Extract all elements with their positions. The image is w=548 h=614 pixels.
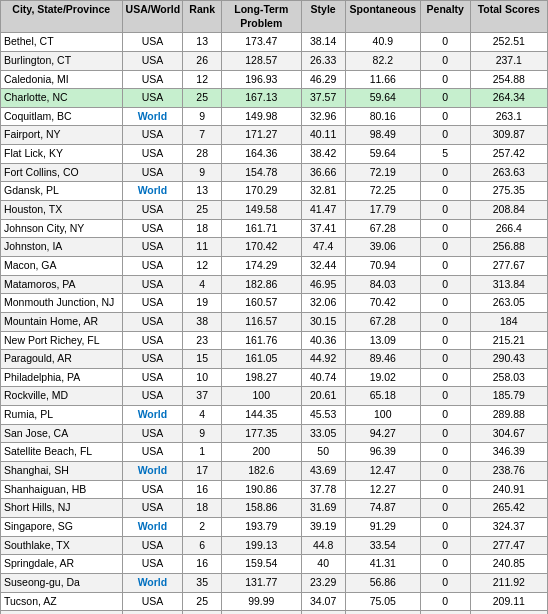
cell-penalty: 0 — [420, 126, 470, 145]
cell-city: Southlake, TX — [1, 536, 123, 555]
cell-spontaneous: 74.87 — [345, 499, 420, 518]
cell-city: Rockville, MD — [1, 387, 123, 406]
cell-rank: 12 — [183, 256, 222, 275]
cell-ltp: 173.47 — [221, 33, 301, 52]
cell-spontaneous: 80.16 — [345, 107, 420, 126]
cell-ltp: 154.78 — [221, 163, 301, 182]
cell-ltp: 167.13 — [221, 89, 301, 108]
cell-city: Burlington, CT — [1, 51, 123, 70]
cell-penalty: 0 — [420, 611, 470, 614]
header-ltp: Long-Term Problem — [221, 1, 301, 33]
cell-style: 23.29 — [301, 573, 345, 592]
cell-region: USA — [122, 480, 183, 499]
cell-style: 47.4 — [301, 238, 345, 257]
cell-spontaneous: 91.29 — [345, 517, 420, 536]
cell-region: World — [122, 517, 183, 536]
cell-style: 50 — [301, 443, 345, 462]
cell-region: World — [122, 406, 183, 425]
cell-rank: 19 — [183, 294, 222, 313]
cell-total: 185.79 — [470, 387, 547, 406]
cell-spontaneous: 100 — [345, 406, 420, 425]
cell-total: 211.92 — [470, 573, 547, 592]
cell-spontaneous: 59.64 — [345, 145, 420, 164]
cell-penalty: 0 — [420, 517, 470, 536]
cell-city: Philadelphia, PA — [1, 368, 123, 387]
cell-region: USA — [122, 33, 183, 52]
cell-ltp: 177.35 — [221, 424, 301, 443]
cell-total: 240.85 — [470, 555, 547, 574]
cell-rank: 18 — [183, 219, 222, 238]
cell-style: 44.92 — [301, 350, 345, 369]
cell-spontaneous: 19.02 — [345, 368, 420, 387]
cell-style: 43.69 — [301, 462, 345, 481]
cell-penalty: 0 — [420, 89, 470, 108]
cell-city: Houston, TX — [1, 201, 123, 220]
cell-rank: 1 — [183, 443, 222, 462]
cell-region: USA — [122, 592, 183, 611]
cell-city: Charlotte, NC — [1, 89, 123, 108]
cell-style: 40 — [301, 555, 345, 574]
cell-ltp: 100 — [221, 387, 301, 406]
cell-penalty: 0 — [420, 312, 470, 331]
cell-total: 275.35 — [470, 182, 547, 201]
cell-ltp: 148 — [221, 611, 301, 614]
cell-style: 32.06 — [301, 294, 345, 313]
cell-total: 209.11 — [470, 592, 547, 611]
cell-total: 184 — [470, 312, 547, 331]
cell-spontaneous: 72.25 — [345, 182, 420, 201]
cell-penalty: 0 — [420, 592, 470, 611]
cell-spontaneous: 40.9 — [345, 33, 420, 52]
cell-spontaneous: 17.79 — [345, 201, 420, 220]
cell-city: Tucson, AZ — [1, 592, 123, 611]
cell-region: USA — [122, 368, 183, 387]
cell-rank: 20 — [183, 611, 222, 614]
cell-city: San Jose, CA — [1, 424, 123, 443]
header-region: USA/World — [122, 1, 183, 33]
cell-spontaneous: 84.03 — [345, 275, 420, 294]
cell-ltp: 160.57 — [221, 294, 301, 313]
cell-spontaneous: 94.27 — [345, 424, 420, 443]
cell-rank: 6 — [183, 536, 222, 555]
cell-spontaneous: 39.06 — [345, 238, 420, 257]
cell-total: 257.42 — [470, 145, 547, 164]
cell-spontaneous: 67.28 — [345, 219, 420, 238]
cell-spontaneous: 11.66 — [345, 70, 420, 89]
cell-style: 33.05 — [301, 424, 345, 443]
cell-rank: 16 — [183, 555, 222, 574]
cell-total: 290.43 — [470, 350, 547, 369]
cell-ltp: 196.93 — [221, 70, 301, 89]
header-total: Total Scores — [470, 1, 547, 33]
cell-total: 260.74 — [470, 611, 547, 614]
cell-rank: 7 — [183, 126, 222, 145]
cell-city: Rumia, PL — [1, 406, 123, 425]
cell-penalty: 0 — [420, 443, 470, 462]
cell-ltp: 99.99 — [221, 592, 301, 611]
cell-penalty: 0 — [420, 294, 470, 313]
cell-region: USA — [122, 387, 183, 406]
cell-city: Fairport, NY — [1, 126, 123, 145]
cell-total: 263.05 — [470, 294, 547, 313]
cell-style: 32.81 — [301, 182, 345, 201]
cell-city: Shanghai, SH — [1, 462, 123, 481]
cell-region: USA — [122, 294, 183, 313]
cell-spontaneous: 67.28 — [345, 312, 420, 331]
cell-region: USA — [122, 163, 183, 182]
cell-ltp: 161.76 — [221, 331, 301, 350]
cell-rank: 25 — [183, 201, 222, 220]
cell-ltp: 164.36 — [221, 145, 301, 164]
cell-penalty: 0 — [420, 368, 470, 387]
cell-city: Coquitlam, BC — [1, 107, 123, 126]
cell-region: USA — [122, 275, 183, 294]
cell-style: 34.07 — [301, 592, 345, 611]
cell-city: Johnson City, NY — [1, 219, 123, 238]
cell-city: Springdale, AR — [1, 555, 123, 574]
cell-city: Shanhaiguan, HB — [1, 480, 123, 499]
cell-penalty: 0 — [420, 33, 470, 52]
header-rank: Rank — [183, 1, 222, 33]
cell-rank: 35 — [183, 573, 222, 592]
cell-ltp: 190.86 — [221, 480, 301, 499]
cell-style: 20.61 — [301, 387, 345, 406]
header-penalty: Penalty — [420, 1, 470, 33]
cell-ltp: 149.98 — [221, 107, 301, 126]
cell-style: 39.7 — [301, 611, 345, 614]
